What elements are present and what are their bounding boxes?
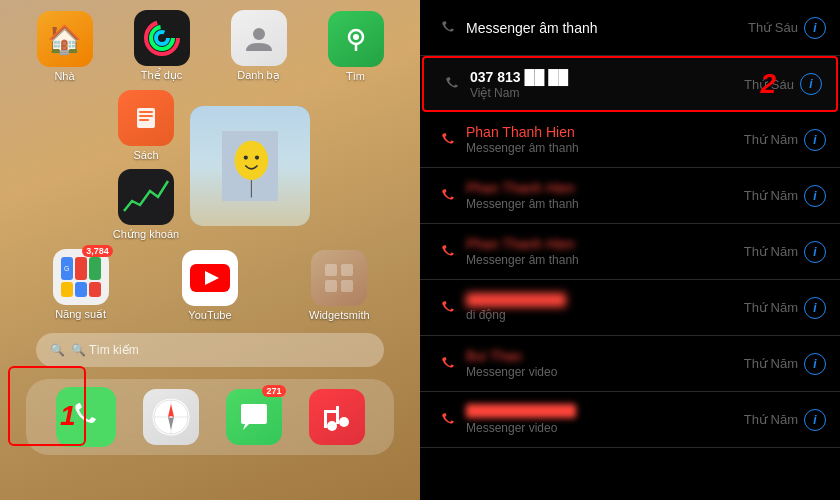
call-day-3: Thứ Năm	[744, 188, 798, 203]
app-fitness[interactable]: Thể dục	[126, 10, 198, 82]
find-icon	[328, 11, 384, 67]
call-details-4: Phan Thanh Hien Messenger âm thanh	[462, 236, 744, 267]
call-item-4[interactable]: Phan Thanh Hien Messenger âm thanh Thứ N…	[420, 224, 840, 280]
call-phone-icon-2	[434, 132, 462, 148]
call-item-3[interactable]: Phan Thanh Hien Messenger âm thanh Thứ N…	[420, 168, 840, 224]
dock-music[interactable]	[309, 389, 365, 445]
call-details-2: Phan Thanh Hien Messenger âm thanh	[462, 124, 744, 155]
call-list: Messenger âm thanh Thứ Sáu i 037 813 ██ …	[420, 0, 840, 500]
svg-rect-9	[139, 115, 153, 117]
call-country-1: Việt Nam	[470, 86, 744, 100]
call-name-3: Phan Thanh Hien	[466, 180, 744, 196]
step-2-label: 2	[760, 68, 776, 100]
svg-rect-10	[139, 119, 149, 121]
app-find[interactable]: Tìm	[320, 11, 392, 82]
call-phone-icon-4	[434, 244, 462, 260]
call-meta-2: Thứ Năm i	[744, 129, 826, 151]
productivity-icon: G 3,784	[53, 249, 109, 305]
stocks-icon	[118, 169, 174, 225]
call-phone-icon-5	[434, 300, 462, 316]
svg-rect-21	[341, 280, 353, 292]
app-stocks-label: Chứng khoán	[113, 228, 179, 241]
call-details-1: 037 813 ██ ██ Việt Nam	[466, 69, 744, 100]
call-name-5	[466, 293, 566, 307]
call-phone-icon-7	[434, 412, 462, 428]
svg-point-5	[353, 34, 359, 40]
info-btn-1[interactable]: i	[800, 73, 822, 95]
call-item-0[interactable]: Messenger âm thanh Thứ Sáu i	[420, 0, 840, 56]
dock-messages[interactable]: 271	[226, 389, 282, 445]
search-icon: 🔍	[50, 343, 65, 357]
call-details-3: Phan Thanh Hien Messenger âm thanh	[462, 180, 744, 211]
call-item-5[interactable]: di động Thứ Năm i	[420, 280, 840, 336]
call-meta-7: Thứ Năm i	[744, 409, 826, 431]
svg-point-13	[244, 155, 248, 159]
call-meta-6: Thứ Năm i	[744, 353, 826, 375]
app-find-label: Tìm	[346, 70, 365, 82]
call-phone-icon-0	[434, 20, 462, 36]
left-apps-col: Sách Chứng khoán	[110, 90, 182, 241]
call-meta-0: Thứ Sáu i	[748, 17, 826, 39]
call-name-2: Phan Thanh Hien	[466, 124, 744, 140]
productivity-badge: 3,784	[82, 245, 113, 257]
call-day-5: Thứ Năm	[744, 300, 798, 315]
info-btn-0[interactable]: i	[804, 17, 826, 39]
app-contacts[interactable]: Danh bạ	[223, 10, 295, 82]
svg-point-28	[327, 421, 337, 431]
call-name-7	[466, 404, 576, 418]
app-youtube[interactable]: YouTube	[174, 250, 246, 321]
search-bar[interactable]: 🔍 🔍 Tìm kiếm	[36, 333, 384, 367]
app-home[interactable]: 🏠 Nhà	[29, 11, 101, 82]
svg-rect-18	[325, 264, 337, 276]
svg-rect-19	[341, 264, 353, 276]
info-btn-5[interactable]: i	[804, 297, 826, 319]
call-item-7[interactable]: Messenger video Thứ Năm i	[420, 392, 840, 448]
app-widgetsmith[interactable]: Widgetsmith	[303, 250, 375, 321]
svg-rect-20	[325, 280, 337, 292]
svg-point-12	[235, 140, 269, 179]
call-name-6: Bui Thao	[466, 348, 744, 364]
info-btn-2[interactable]: i	[804, 129, 826, 151]
app-stocks[interactable]: Chứng khoán	[110, 169, 182, 241]
youtube-icon	[182, 250, 238, 306]
recent-calls-panel: Messenger âm thanh Thứ Sáu i 037 813 ██ …	[420, 0, 840, 500]
app-books[interactable]: Sách	[110, 90, 182, 161]
app-productivity-label: Năng suất	[55, 308, 106, 321]
info-btn-7[interactable]: i	[804, 409, 826, 431]
call-day-6: Thứ Năm	[744, 356, 798, 371]
app-productivity[interactable]: G 3,784 Năng suất	[45, 249, 117, 321]
call-details-6: Bui Thao Messenger video	[462, 348, 744, 379]
call-day-4: Thứ Năm	[744, 244, 798, 259]
widget-photo	[190, 106, 310, 226]
svg-point-2	[156, 32, 168, 44]
third-app-row: G 3,784 Năng suất YouTube	[16, 249, 404, 321]
call-item-2[interactable]: Phan Thanh Hien Messenger âm thanh Thứ N…	[420, 112, 840, 168]
call-number-1: 037 813 ██ ██	[470, 69, 744, 85]
books-icon	[118, 90, 174, 146]
call-type-5: di động	[466, 308, 744, 322]
call-type-4: Messenger âm thanh	[466, 253, 744, 267]
call-details-5: di động	[462, 293, 744, 322]
dock-safari[interactable]	[143, 389, 199, 445]
info-btn-3[interactable]: i	[804, 185, 826, 207]
app-books-label: Sách	[133, 149, 158, 161]
app-youtube-label: YouTube	[188, 309, 231, 321]
call-type-7: Messenger video	[466, 421, 744, 435]
call-type-6: Messenger video	[466, 365, 744, 379]
info-btn-6[interactable]: i	[804, 353, 826, 375]
call-item-highlighted[interactable]: 037 813 ██ ██ Việt Nam Thứ Sáu i 2	[422, 56, 838, 112]
call-item-6[interactable]: Bui Thao Messenger video Thứ Năm i	[420, 336, 840, 392]
phone-highlight-box	[8, 366, 86, 446]
fitness-icon	[134, 10, 190, 66]
app-home-label: Nhà	[54, 70, 74, 82]
call-name-4: Phan Thanh Hien	[466, 236, 744, 252]
top-app-row: 🏠 Nhà Thể dục Danh bạ	[16, 10, 404, 82]
call-phone-icon-3	[434, 188, 462, 204]
call-type-2: Messenger âm thanh	[466, 141, 744, 155]
svg-point-14	[255, 155, 259, 159]
iphone-homescreen: 🏠 Nhà Thể dục Danh bạ	[0, 0, 420, 500]
svg-rect-30	[336, 406, 339, 424]
app-contacts-label: Danh bạ	[237, 69, 279, 82]
call-day-2: Thứ Năm	[744, 132, 798, 147]
info-btn-4[interactable]: i	[804, 241, 826, 263]
